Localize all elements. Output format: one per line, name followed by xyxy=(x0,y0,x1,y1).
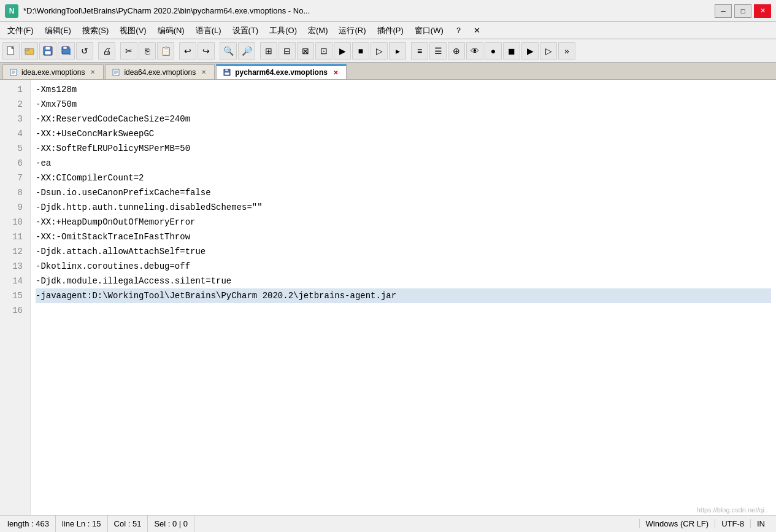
line-numbers: 12345678910111213141516 xyxy=(0,80,31,515)
code-line-15[interactable]: -javaagent:D:\WorkingTool\JetBrains\PyCh… xyxy=(36,288,771,303)
status-col: Col : 51 xyxy=(108,515,148,532)
status-bar: length : 463 line Ln : 15 Col : 51 Sel :… xyxy=(0,515,776,532)
menu-item-✕[interactable]: ✕ xyxy=(469,24,485,37)
tb-btn-16[interactable]: ▷ xyxy=(540,42,557,60)
title-text: *D:\WorkingTool\JetBrains\PyCharm 2020.2… xyxy=(23,6,310,15)
tb-btn-15[interactable]: ▶ xyxy=(521,42,539,60)
app-icon: N xyxy=(5,4,18,18)
status-encoding: Windows (CR LF) xyxy=(639,519,715,528)
tb-btn-5[interactable]: ▶ xyxy=(334,42,351,60)
code-line-1[interactable]: -Xms128m xyxy=(36,82,771,97)
editor-area: 12345678910111213141516 -Xms128m-Xmx750m… xyxy=(0,80,776,515)
tab-close-3[interactable]: ✕ xyxy=(331,68,340,77)
tb-btn-9[interactable]: ≡ xyxy=(411,42,428,60)
title-bar: N *D:\WorkingTool\JetBrains\PyCharm 2020… xyxy=(0,0,776,22)
tab-close-1[interactable]: ✕ xyxy=(88,68,97,77)
menu-item-插件(P)[interactable]: 插件(P) xyxy=(372,24,409,37)
line-num-10: 10 xyxy=(0,215,28,229)
menu-item-视图(V)[interactable]: 视图(V) xyxy=(115,24,151,37)
toolbar: ↺ 🖨 ✂ ⎘ 📋 ↩ ↪ 🔍 🔎 ⊞ ⊟ ⊠ ⊡ ▶ ■ ▷ ▸ ≡ ☰ ⊕ … xyxy=(0,39,776,63)
tab-idea-exe[interactable]: idea.exe.vmoptions ✕ xyxy=(2,64,104,79)
minimize-button[interactable]: ─ xyxy=(715,4,732,18)
line-num-1: 1 xyxy=(0,82,28,97)
save-button[interactable] xyxy=(39,42,56,60)
line-num-6: 6 xyxy=(0,156,28,171)
menu-item-窗口(W)[interactable]: 窗口(W) xyxy=(410,24,448,37)
status-sel: Sel : 0 | 0 xyxy=(148,515,194,532)
code-content[interactable]: -Xms128m-Xmx750m-XX:ReservedCodeCacheSiz… xyxy=(31,80,776,515)
code-line-4[interactable]: -XX:+UseConcMarkSweepGC xyxy=(36,126,771,141)
menu-item-文件(F)[interactable]: 文件(F) xyxy=(2,24,39,37)
tb-btn-11[interactable]: ⊕ xyxy=(448,42,465,60)
code-line-2[interactable]: -Xmx750m xyxy=(36,97,771,112)
tb-btn-12[interactable]: 👁 xyxy=(466,42,483,60)
code-line-8[interactable]: -Dsun.io.useCanonPrefixCache=false xyxy=(36,185,771,200)
menu-item-搜索(S)[interactable]: 搜索(S) xyxy=(77,24,113,37)
copy-button[interactable]: ⎘ xyxy=(139,42,156,60)
code-line-12[interactable]: -Djdk.attach.allowAttachSelf=true xyxy=(36,244,771,259)
tb-btn-1[interactable]: ⊞ xyxy=(260,42,277,60)
tb-btn-2[interactable]: ⊟ xyxy=(279,42,296,60)
menu-item-宏(M)[interactable]: 宏(M) xyxy=(303,24,333,37)
line-num-15: 15 xyxy=(0,288,28,303)
tab-idea64-exe[interactable]: idea64.exe.vmoptions ✕ xyxy=(105,64,215,79)
menu-item-编辑(E)[interactable]: 编辑(E) xyxy=(40,24,76,37)
menu-item-编码(N)[interactable]: 编码(N) xyxy=(153,24,190,37)
find-button[interactable]: 🔍 xyxy=(220,42,237,60)
menu-item-设置(T)[interactable]: 设置(T) xyxy=(228,24,264,37)
maximize-button[interactable]: □ xyxy=(734,4,751,18)
tab-pycharm64-exe[interactable]: pycharm64.exe.vmoptions ✕ xyxy=(216,64,347,79)
cut-button[interactable]: ✂ xyxy=(120,42,137,60)
tab-close-2[interactable]: ✕ xyxy=(199,68,208,77)
code-line-11[interactable]: -XX:-OmitStackTraceInFastThrow xyxy=(36,229,771,244)
code-line-7[interactable]: -XX:CICompilerCount=2 xyxy=(36,171,771,185)
line-num-9: 9 xyxy=(0,200,28,215)
code-line-6[interactable]: -ea xyxy=(36,156,771,171)
reload-button[interactable]: ↺ xyxy=(76,42,93,60)
tb-btn-10[interactable]: ☰ xyxy=(429,42,447,60)
find-replace-button[interactable]: 🔎 xyxy=(238,42,255,60)
tab-icon-3 xyxy=(223,68,231,77)
line-num-2: 2 xyxy=(0,97,28,112)
code-line-3[interactable]: -XX:ReservedCodeCacheSize=240m xyxy=(36,112,771,126)
tb-btn-8[interactable]: ▸ xyxy=(389,42,406,60)
line-num-11: 11 xyxy=(0,229,28,244)
menu-item-运行(R)[interactable]: 运行(R) xyxy=(334,24,371,37)
tb-btn-6[interactable]: ■ xyxy=(352,42,369,60)
code-line-10[interactable]: -XX:+HeapDumpOnOutOfMemoryError xyxy=(36,215,771,229)
window-controls: ─ □ ✕ xyxy=(715,4,771,18)
tb-btn-4[interactable]: ⊡ xyxy=(315,42,332,60)
code-line-13[interactable]: -Dkotlinx.coroutines.debug=off xyxy=(36,259,771,274)
svg-rect-10 xyxy=(69,48,71,55)
menu-item-？[interactable]: ？ xyxy=(450,24,467,37)
redo-button[interactable]: ↪ xyxy=(198,42,215,60)
more-button[interactable]: » xyxy=(558,42,575,60)
tb-btn-14[interactable]: ◼ xyxy=(503,42,520,60)
print-button[interactable]: 🖨 xyxy=(98,42,115,60)
tab-icon-2 xyxy=(112,68,120,77)
line-num-8: 8 xyxy=(0,185,28,200)
undo-button[interactable]: ↩ xyxy=(179,42,196,60)
code-line-5[interactable]: -XX:SoftRefLRUPolicyMSPerMB=50 xyxy=(36,141,771,156)
status-right: Windows (CR LF) UTF-8 IN xyxy=(639,519,771,528)
tb-btn-13[interactable]: ● xyxy=(485,42,502,60)
code-line-16[interactable] xyxy=(36,303,771,318)
watermark: https://blog.csdn.net/qi... xyxy=(697,506,770,514)
open-button[interactable] xyxy=(21,42,38,60)
tb-btn-3[interactable]: ⊠ xyxy=(297,42,314,60)
svg-rect-21 xyxy=(225,72,229,75)
close-button[interactable]: ✕ xyxy=(754,4,771,18)
save-all-button[interactable] xyxy=(58,42,75,60)
line-num-16: 16 xyxy=(0,303,28,318)
tab-label-2: idea64.exe.vmoptions xyxy=(124,68,196,77)
new-file-button[interactable] xyxy=(2,42,20,60)
svg-rect-9 xyxy=(63,47,67,49)
status-length: length : 463 xyxy=(5,515,56,532)
tab-bar: idea.exe.vmoptions ✕ idea64.exe.vmoption… xyxy=(0,63,776,80)
menu-item-工具(O)[interactable]: 工具(O) xyxy=(264,24,302,37)
menu-item-语言(L)[interactable]: 语言(L) xyxy=(191,24,226,37)
code-line-14[interactable]: -Djdk.module.illegalAccess.silent=true xyxy=(36,274,771,288)
tb-btn-7[interactable]: ▷ xyxy=(371,42,388,60)
paste-button[interactable]: 📋 xyxy=(157,42,174,60)
code-line-9[interactable]: -Djdk.http.auth.tunneling.disabledScheme… xyxy=(36,200,771,215)
